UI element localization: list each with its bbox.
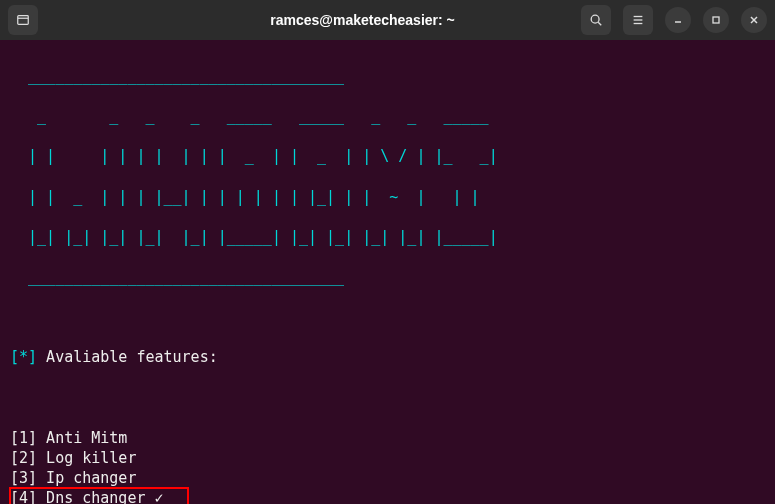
feature-row: [2] Log killer	[10, 448, 765, 468]
checkmark-icon: ✓	[155, 489, 164, 504]
feature-index: [4]	[10, 489, 37, 504]
feature-row: [4] Dns changer ✓	[10, 488, 765, 504]
blank-line	[10, 388, 765, 408]
new-tab-button[interactable]	[8, 5, 38, 35]
header-text: Avaliable features:	[37, 348, 218, 366]
minimize-button[interactable]	[665, 7, 691, 33]
feature-text: Ip changer	[37, 469, 136, 487]
window-title: ramces@maketecheasier: ~	[156, 12, 569, 28]
feature-index: [1]	[10, 429, 37, 447]
ascii-logo-line: | | _ | | | |__| | | | | | | |_| | | ~ |…	[10, 187, 765, 207]
hamburger-menu-button[interactable]	[623, 5, 653, 35]
titlebar-left	[8, 5, 148, 35]
svg-point-2	[591, 15, 599, 23]
ascii-hr-bottom: ___________________________________	[10, 267, 765, 287]
feature-index: [3]	[10, 469, 37, 487]
svg-line-3	[598, 22, 601, 25]
search-button[interactable]	[581, 5, 611, 35]
maximize-button[interactable]	[703, 7, 729, 33]
blank-line	[10, 307, 765, 327]
svg-rect-8	[713, 17, 719, 23]
ascii-hr-top: ___________________________________	[10, 66, 765, 86]
feature-row: [1] Anti Mitm	[10, 428, 765, 448]
close-button[interactable]	[741, 7, 767, 33]
window-titlebar: ramces@maketecheasier: ~	[0, 0, 775, 40]
feature-index: [2]	[10, 449, 37, 467]
features-header: [*] Avaliable features:	[10, 347, 765, 367]
ascii-logo-line: _ _ _ _ _____ _____ _ _ _____	[10, 106, 765, 126]
svg-rect-0	[18, 16, 29, 25]
titlebar-right	[577, 5, 767, 35]
highlighted-feature: [4] Dns changer ✓	[10, 488, 164, 504]
terminal-area[interactable]: ___________________________________ _ _ …	[0, 40, 775, 504]
feature-text: Anti Mitm	[37, 429, 127, 447]
ascii-logo-line: |_| |_| |_| |_| |_| |_____| |_| |_| |_| …	[10, 227, 765, 247]
ascii-logo-line: | | | | | | | | | _ | | _ | | \ / | |_ _…	[10, 146, 765, 166]
feature-text: Log killer	[37, 449, 136, 467]
feature-text: Dns changer	[37, 489, 154, 504]
feature-row: [3] Ip changer	[10, 468, 765, 488]
header-prefix: [*]	[10, 348, 37, 366]
